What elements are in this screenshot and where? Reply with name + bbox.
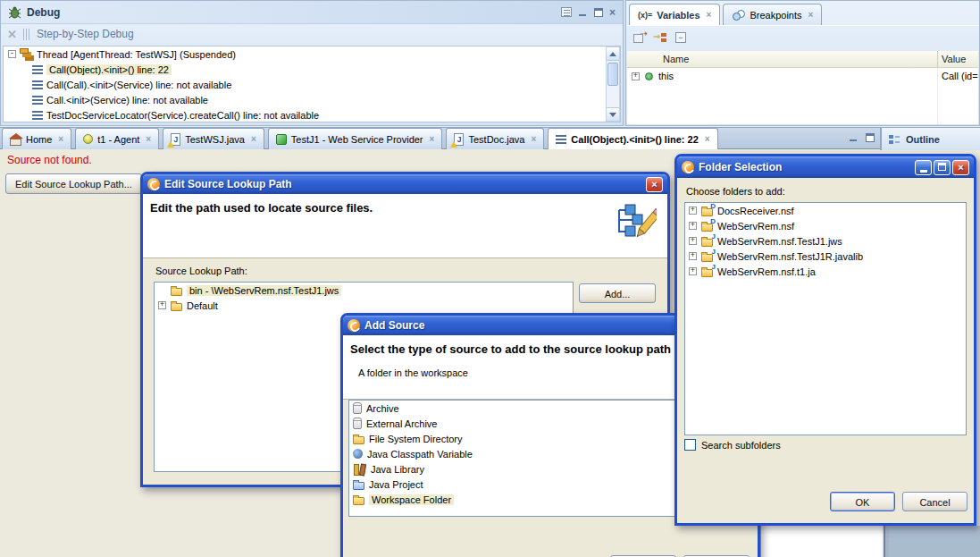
scroll-up-button[interactable] — [607, 47, 619, 61]
expand-expander-icon[interactable]: + — [689, 207, 697, 215]
expand-expander-icon[interactable]: + — [632, 72, 640, 80]
tab-testj1-web-service[interactable]: TestJ1 - Web Service Provider × — [268, 128, 443, 149]
close-icon[interactable]: × — [952, 160, 969, 175]
minimize-icon[interactable] — [849, 133, 859, 142]
folder-icon — [171, 303, 182, 311]
tab-t1-agent[interactable]: t1 - Agent × — [75, 128, 159, 149]
debug-view-titlebar[interactable]: Debug × — [1, 1, 623, 24]
tab-home[interactable]: Home × — [2, 128, 71, 149]
show-logical-structure-icon[interactable] — [654, 31, 668, 44]
expand-expander-icon[interactable]: + — [689, 222, 697, 230]
stack-frame-row[interactable]: TestDocServiceLocator(Service).createCal… — [4, 107, 620, 122]
folder-row[interactable]: + DocsReceiver.nsf — [685, 203, 966, 218]
toolbar-grip[interactable] — [23, 29, 24, 40]
minimize-icon[interactable] — [915, 160, 932, 175]
dialog-title: Add Source — [364, 319, 424, 332]
edit-source-lookup-path-button[interactable]: Edit Source Lookup Path... — [5, 173, 142, 194]
variable-row-this[interactable]: + this Call (id=1 — [627, 68, 978, 84]
minimize-icon[interactable] — [578, 8, 588, 17]
stack-frame-icon — [32, 110, 43, 120]
close-tab-icon[interactable]: × — [251, 134, 256, 144]
expand-expander-icon[interactable]: + — [689, 237, 697, 245]
lookup-entry-row[interactable]: bin - \WebServRem.nsf.TestJ1.jws — [155, 283, 573, 298]
folder-row[interactable]: + WebServRem.nsf.TestJ1R.javalib — [685, 249, 966, 264]
app-window-icon — [348, 319, 360, 332]
collapse-expander-icon[interactable]: - — [8, 50, 16, 58]
tab-testwsj-java[interactable]: TestWSJ.java × — [163, 128, 264, 149]
remove-all-terminated-icon[interactable]: ✕ — [7, 28, 17, 41]
close-tab-icon[interactable]: × — [705, 134, 710, 144]
tab-breakpoints-label: Breakpoints — [750, 10, 801, 21]
folder-row[interactable]: + WebServRem.nsf.TestJ1.jws — [685, 233, 966, 249]
dialog-title: Edit Source Lookup Path — [164, 178, 292, 190]
maximize-icon[interactable] — [866, 133, 875, 142]
dialog-header-description: A folder in the workspace — [358, 367, 468, 378]
dialog-titlebar[interactable]: Folder Selection × — [677, 156, 974, 178]
breakpoints-icon — [732, 9, 745, 21]
scroll-down-button[interactable] — [607, 107, 619, 121]
workspace-folder-icon — [353, 497, 364, 505]
java-folder-icon — [701, 239, 713, 247]
variable-value: Call (id=1 — [942, 71, 978, 81]
add-button[interactable]: Add... — [579, 283, 656, 303]
database-folder-icon — [701, 208, 713, 216]
outline-view-content — [760, 526, 882, 557]
folder-tree: + DocsReceiver.nsf + WebServRem.nsf + We… — [684, 202, 967, 435]
dialog-title: Folder Selection — [699, 161, 782, 173]
maximize-icon[interactable] — [594, 8, 603, 17]
source-not-found-message: Source not found. — [7, 154, 92, 166]
debug-view-title: Debug — [27, 6, 60, 19]
stack-frame-row[interactable]: Call(Object).<init>() line: 22 — [4, 62, 620, 77]
thread-tree-row[interactable]: - Thread [AgentThread: TestWSJ] (Suspend… — [4, 46, 620, 62]
tab-testdoc-java[interactable]: TestDoc.java × — [446, 128, 544, 149]
folder-icon — [171, 288, 182, 296]
view-sash[interactable] — [882, 526, 889, 557]
lookup-entry-row[interactable]: + Default — [155, 298, 573, 313]
collapse-all-icon[interactable]: − — [675, 32, 686, 43]
tab-outline[interactable]: Outline — [880, 128, 980, 150]
variables-view: (x)= Variables × Breakpoints × − Name Va… — [625, 0, 980, 126]
expand-expander-icon[interactable]: + — [689, 267, 697, 275]
step-by-step-debug-button[interactable]: Step-by-Step Debug — [37, 28, 134, 40]
debug-bug-icon — [8, 5, 21, 19]
close-tab-icon[interactable]: × — [430, 134, 435, 144]
search-subfolders-checkbox[interactable] — [684, 439, 696, 451]
stack-frame-row[interactable]: Call.<init>(Service) line: not available — [4, 92, 620, 107]
tab-variables[interactable]: (x)= Variables × — [629, 4, 720, 25]
scrollbar-thumb[interactable] — [607, 63, 618, 86]
stack-frame-icon — [32, 64, 43, 74]
tab-call-object-init[interactable]: Call(Object).<init>() line: 22 × — [548, 128, 717, 149]
dialog-titlebar[interactable]: Edit Source Lookup Path × — [143, 174, 667, 194]
choose-folders-label: Choose folders to add: — [686, 186, 785, 197]
maximize-icon[interactable] — [934, 160, 951, 175]
variable-icon — [645, 72, 653, 80]
close-tab-icon[interactable]: × — [808, 10, 814, 20]
debug-tree-scrollbar[interactable] — [606, 46, 620, 122]
cancel-button[interactable]: Cancel — [902, 492, 967, 511]
editor-tab-row: Home × t1 - Agent × TestWSJ.java × TestJ… — [0, 127, 980, 149]
stack-frame-row[interactable]: Call(Call).<init>(Service) line: not ava… — [4, 77, 620, 92]
java-file-icon — [171, 133, 180, 146]
close-icon[interactable]: × — [646, 177, 663, 192]
close-icon[interactable]: × — [609, 8, 616, 17]
view-menu-icon[interactable] — [561, 7, 572, 17]
show-type-names-icon[interactable] — [632, 31, 647, 44]
column-divider[interactable] — [937, 51, 938, 67]
dialog-header: Edit the path used to locate source file… — [143, 194, 667, 258]
ok-button[interactable]: OK — [830, 492, 895, 511]
variable-name: this — [658, 71, 674, 81]
java-folder-icon — [701, 269, 713, 277]
dialog-header-text: Select the type of source to add to the … — [350, 342, 671, 356]
close-tab-icon[interactable]: × — [531, 134, 536, 144]
expand-expander-icon[interactable]: + — [689, 252, 697, 260]
folder-row[interactable]: + WebServRem.nsf.t1.ja — [685, 264, 966, 279]
close-tab-icon[interactable]: × — [58, 134, 63, 144]
tab-breakpoints[interactable]: Breakpoints × — [723, 4, 822, 25]
close-tab-icon[interactable]: × — [707, 10, 712, 20]
close-tab-icon[interactable]: × — [146, 134, 151, 144]
stack-frame-label: Call.<init>(Service) line: not available — [46, 95, 208, 105]
expand-expander-icon[interactable]: + — [158, 301, 166, 309]
folder-row[interactable]: + WebServRem.nsf — [685, 218, 966, 233]
stack-frame-icon — [32, 80, 43, 89]
source-lookup-path-label: Source Lookup Path: — [155, 266, 247, 276]
